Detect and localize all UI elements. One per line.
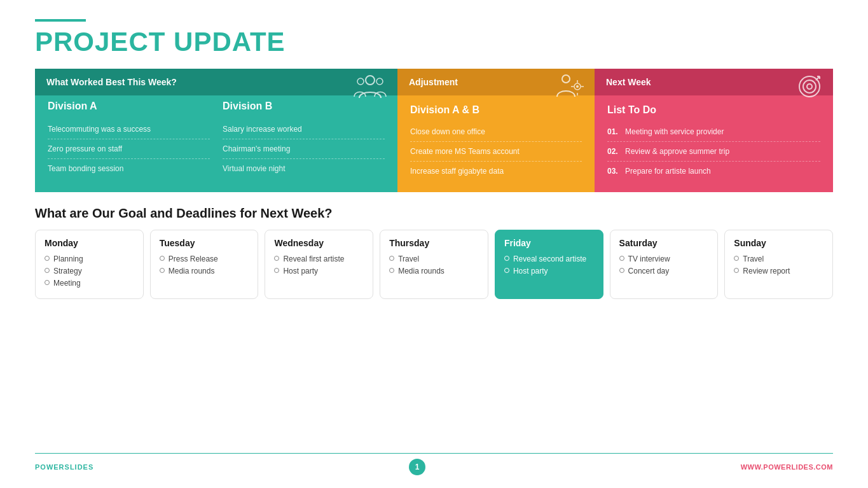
nw-num-1: 01. [607, 127, 621, 136]
bullet-icon [389, 268, 394, 273]
nw-list-title: List To Do [607, 104, 820, 116]
bullet-icon [160, 268, 165, 273]
goals-title: What are Our Goal and Deadlines for Next… [35, 206, 833, 221]
page: PROJECT UPDATE What Worked Best This Wee… [0, 0, 868, 488]
day-card-friday: Friday Reveal second artiste Host party [495, 230, 603, 299]
footer: POWERSLIDES 1 WWW.POWERLIDES.COM [35, 453, 833, 475]
day-item-tue-1: Press Release [160, 254, 249, 263]
footer-brand-black: POWER [35, 463, 65, 471]
cards-row: What Worked Best This Week? Division A T… [35, 69, 833, 192]
day-name-tuesday: Tuesday [160, 238, 249, 248]
day-item-mon-3: Meeting [45, 279, 134, 288]
adjustment-tab-label: Adjustment [409, 77, 458, 87]
svg-point-0 [366, 76, 375, 85]
team-icon [353, 73, 388, 101]
division-a-col: Division A Telecommuting was a success Z… [48, 101, 210, 178]
nw-item-1: 01. Meeting with service provider [607, 122, 820, 142]
bullet-icon [274, 256, 279, 261]
page-title: PROJECT UPDATE [35, 27, 833, 57]
header-accent-line [35, 19, 86, 22]
day-card-thursday: Thursday Travel Media rounds [380, 230, 488, 299]
svg-point-2 [376, 78, 383, 85]
day-card-wednesday: Wednesday Reveal first artiste Host part… [265, 230, 373, 299]
day-card-saturday: Saturday TV interview Concert day [610, 230, 719, 299]
bullet-icon [619, 268, 624, 273]
day-item-sun-2: Review report [734, 267, 823, 275]
worked-header: What Worked Best This Week? [35, 69, 397, 95]
target-icon [792, 73, 823, 101]
bullet-icon [160, 256, 165, 261]
day-item-mon-1: Planning [45, 254, 134, 263]
bullet-icon [274, 268, 279, 273]
adjustment-icon [555, 73, 585, 101]
bullet-icon [504, 268, 509, 273]
day-item-mon-2: Strategy [45, 267, 134, 275]
footer-brand: POWERSLIDES [35, 463, 93, 471]
day-item-thu-1: Travel [389, 254, 479, 263]
adjustment-body: Division A & B Close down one office Cre… [397, 95, 595, 192]
footer-brand-teal: SLIDES [65, 463, 94, 471]
bullet-icon [389, 256, 394, 261]
svg-point-8 [807, 84, 812, 89]
card-worked-best: What Worked Best This Week? Division A T… [35, 69, 397, 192]
day-item-sat-1: TV interview [619, 254, 709, 263]
day-item-wed-1: Reveal first artiste [274, 254, 364, 263]
day-item-thu-2: Media rounds [389, 267, 479, 275]
svg-point-7 [803, 80, 816, 93]
div-a-item-1: Telecommuting was a success [48, 120, 210, 139]
day-item-sun-1: Travel [734, 254, 823, 263]
day-name-sunday: Sunday [734, 238, 823, 248]
title-black: PROJECT [35, 27, 165, 57]
svg-point-5 [576, 85, 579, 88]
bullet-icon [45, 256, 50, 261]
div-b-item-2: Chairman's meeting [223, 139, 385, 159]
adj-item-1: Close down one office [410, 122, 582, 142]
day-name-monday: Monday [45, 238, 134, 248]
div-b-item-1: Salary increase worked [223, 120, 385, 139]
adj-division-title: Division A & B [410, 104, 582, 116]
bullet-icon [734, 268, 739, 273]
nextweek-tab-label: Next Week [606, 77, 651, 87]
week-grid: Monday Planning Strategy Meeting Tuesday [35, 230, 833, 299]
day-item-sat-2: Concert day [619, 267, 709, 275]
day-item-fri-1: Reveal second artiste [504, 254, 594, 263]
svg-point-1 [357, 78, 364, 85]
nw-text-2: Review & approve summer trip [625, 147, 729, 156]
day-name-friday: Friday [504, 238, 594, 248]
adj-item-3: Increase staff gigabyte data [410, 162, 582, 181]
division-b-col: Division B Salary increase worked Chairm… [223, 101, 385, 178]
day-item-fri-2: Host party [504, 267, 594, 275]
day-name-thursday: Thursday [389, 238, 479, 248]
day-card-sunday: Sunday Travel Review report [724, 230, 833, 299]
goals-section: What are Our Goal and Deadlines for Next… [35, 206, 833, 447]
day-item-tue-2: Media rounds [160, 267, 249, 275]
div-b-item-3: Virtual movie night [223, 159, 385, 178]
adj-item-2: Create more MS Teams account [410, 142, 582, 162]
bullet-icon [734, 256, 739, 261]
nw-text-1: Meeting with service provider [625, 127, 724, 136]
worked-tab-label: What Worked Best This Week? [46, 77, 177, 87]
nw-text-3: Prepare for artiste launch [625, 167, 711, 176]
nw-num-2: 02. [607, 147, 621, 156]
nw-num-3: 03. [607, 167, 621, 176]
nw-item-2: 02. Review & approve summer trip [607, 142, 820, 162]
bullet-icon [45, 268, 50, 273]
bullet-icon [619, 256, 624, 261]
card-next-week: Next Week List To Do 01. Meeting with se… [595, 69, 833, 192]
bullet-icon [504, 256, 509, 261]
nextweek-body: List To Do 01. Meeting with service prov… [595, 95, 833, 192]
day-card-tuesday: Tuesday Press Release Media rounds [150, 230, 259, 299]
nw-item-3: 03. Prepare for artiste launch [607, 162, 820, 181]
footer-url: WWW.POWERLIDES.COM [741, 463, 833, 471]
card-adjustment: Adjustment Division A & B Close down one… [397, 69, 595, 192]
footer-page-number: 1 [409, 459, 425, 475]
div-a-item-3: Team bonding session [48, 159, 210, 178]
day-item-wed-2: Host party [274, 267, 364, 275]
division-a-title: Division A [48, 101, 210, 112]
day-card-monday: Monday Planning Strategy Meeting [35, 230, 144, 299]
bullet-icon [45, 280, 50, 285]
day-name-saturday: Saturday [619, 238, 709, 248]
svg-point-3 [562, 75, 570, 83]
div-a-item-2: Zero pressure on staff [48, 139, 210, 159]
day-name-wednesday: Wednesday [274, 238, 364, 248]
